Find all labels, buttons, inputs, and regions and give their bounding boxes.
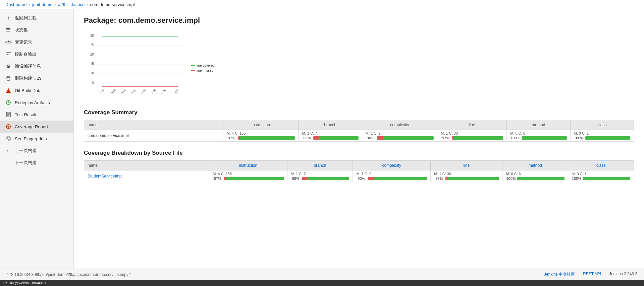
- coverage-cell: M: 0 C: 6100%: [502, 170, 568, 182]
- sidebar-label-edit-build: 编辑编译信息: [15, 63, 41, 69]
- bth-name: name: [84, 161, 209, 170]
- sidebar-label-git: Git Build Data: [15, 88, 42, 93]
- footer-version: Jenkins 2.346.3: [609, 272, 637, 277]
- sidebar-label-redeploy: Redeploy Artifacts: [15, 100, 50, 105]
- arrow-right-icon: →: [5, 160, 11, 166]
- breadcrumb-package: com.demo.service.impl: [90, 2, 135, 7]
- sidebar-item-status[interactable]: 状态集: [0, 24, 73, 36]
- svg-text:line missed: line missed: [197, 69, 213, 72]
- sidebar-label-delete: 删除构建 '#29': [15, 75, 42, 81]
- trash-icon: [5, 75, 11, 81]
- footer-community[interactable]: Jenkins 中文社区: [544, 272, 575, 277]
- bth-complexity[interactable]: complexity: [353, 161, 431, 170]
- svg-text:#14: #14: [120, 88, 126, 94]
- file-link[interactable]: StudentServiceImpl: [88, 174, 122, 178]
- coverage-cell: M: 0 C: 1100%: [570, 130, 634, 142]
- bth-instruction[interactable]: instruction: [209, 161, 287, 170]
- th-instruction: instruction: [223, 120, 299, 130]
- svg-text:#24: #24: [151, 88, 157, 94]
- breadcrumb-junit[interactable]: junit-demo: [32, 2, 53, 7]
- breadcrumb-dashboard[interactable]: Dashboard: [5, 2, 27, 7]
- sidebar-item-test-result[interactable]: Test Result: [0, 109, 73, 121]
- svg-text:#10: #10: [99, 88, 105, 94]
- coverage-icon: [5, 124, 11, 130]
- svg-text:#28: #28: [174, 88, 180, 94]
- sidebar-label-fingerprints: See Fingerprints: [15, 136, 47, 141]
- coverage-cell: M: 0 C: 6100%: [507, 130, 570, 142]
- main-content: Package: com.demo.service.impl 30 25 20 …: [74, 9, 644, 269]
- sidebar-item-coverage[interactable]: Coverage Report: [0, 121, 73, 133]
- sidebar-item-next[interactable]: → 下一次构建: [0, 157, 73, 169]
- breakdown-table: name instruction branch complexity line …: [84, 160, 634, 182]
- svg-rect-1: [6, 29, 10, 30]
- coverage-summary-table: name instruction branch complexity line …: [84, 120, 634, 142]
- svg-rect-2: [6, 31, 10, 31]
- footer-links: Jenkins 中文社区 REST API Jenkins 2.346.3: [544, 272, 637, 277]
- chart-svg: 30 25 20 15 10 5 #10 #12: [84, 30, 225, 104]
- sidebar-item-redeploy[interactable]: Redeploy Artifacts: [0, 96, 73, 109]
- status-watermark: CSDN @weixin_38046028: [3, 281, 47, 285]
- svg-text:20: 20: [90, 53, 94, 56]
- bth-line[interactable]: line: [431, 161, 502, 170]
- sidebar-label-back: 返回到工程: [15, 15, 37, 21]
- status-bar: CSDN @weixin_38046028: [0, 280, 644, 286]
- sidebar-item-prev[interactable]: ← 上一次构建: [0, 145, 73, 157]
- sidebar-label-changes: 变更记录: [15, 39, 32, 45]
- sidebar-item-changes[interactable]: </> 变更记录: [0, 36, 73, 48]
- sidebar-label-prev: 上一次构建: [15, 148, 37, 154]
- sidebar-label-console: 控制台输出: [15, 51, 37, 57]
- breadcrumb-build[interactable]: #29: [58, 2, 65, 7]
- footer-rest-api[interactable]: REST API: [583, 272, 601, 277]
- breadcrumb-sep-1: ›: [29, 2, 30, 7]
- sidebar-label-next: 下一次构建: [15, 160, 37, 166]
- bth-method[interactable]: method: [502, 161, 568, 170]
- th-class: class: [570, 120, 634, 130]
- breadcrumb-jacoco[interactable]: Jacoco: [71, 2, 85, 7]
- footer-url: 172.16.20.34:8080/job/junit-demo/29/jaco…: [7, 272, 131, 277]
- coverage-chart: 30 25 20 15 10 5 #10 #12: [84, 30, 225, 104]
- svg-text:5: 5: [92, 81, 94, 84]
- svg-point-16: [7, 137, 10, 140]
- coverage-cell: M: 1 C: 990%: [362, 130, 437, 142]
- coverage-cell: M: 4 C: 15597%: [209, 170, 287, 182]
- list-icon: [5, 27, 11, 33]
- bth-branch[interactable]: branch: [287, 161, 353, 170]
- sidebar-item-edit-build[interactable]: ⚙ 编辑编译信息: [0, 60, 73, 72]
- arrow-up-icon: ↑: [5, 15, 11, 21]
- arrow-left-icon: ←: [5, 148, 11, 154]
- svg-text:15: 15: [90, 62, 94, 66]
- th-line: line: [437, 120, 507, 130]
- breadcrumb-sep-4: ›: [87, 2, 88, 7]
- footer: 172.16.20.34:8080/job/junit-demo/29/jaco…: [0, 269, 644, 280]
- sidebar-item-back[interactable]: ↑ 返回到工程: [0, 12, 73, 24]
- svg-rect-0: [6, 28, 10, 29]
- sidebar-label-test-result: Test Result: [15, 112, 36, 117]
- table-row: StudentServiceImplM: 4 C: 15597%M: 1 C: …: [84, 170, 634, 182]
- svg-point-15: [8, 138, 9, 139]
- sidebar-item-fingerprints[interactable]: See Fingerprints: [0, 133, 73, 145]
- svg-rect-38: [191, 65, 195, 66]
- fingerprint-icon: [5, 136, 11, 142]
- sidebar: ↑ 返回到工程 状态集 </> 变更记录 控制台输出 ⚙ 编辑编译信息: [0, 9, 74, 269]
- svg-text:25: 25: [90, 43, 94, 47]
- breadcrumb-sep-3: ›: [67, 2, 69, 7]
- coverage-cell: M: 1 C: 788%: [287, 170, 353, 182]
- coverage-summary-title: Coverage Summary: [84, 109, 634, 116]
- svg-text:10: 10: [90, 71, 94, 75]
- row-name: com.demo.service.impl: [84, 130, 223, 142]
- table-row: com.demo.service.implM: 4 C: 15597%M: 1 …: [84, 130, 634, 142]
- sidebar-label-coverage: Coverage Report: [15, 124, 48, 129]
- svg-text:#16: #16: [130, 88, 137, 94]
- bth-class[interactable]: class: [568, 161, 634, 170]
- sidebar-item-git[interactable]: Git Build Data: [0, 84, 73, 96]
- breadcrumb-sep-2: ›: [55, 2, 56, 7]
- code-icon: </>: [5, 39, 11, 45]
- th-branch: branch: [299, 120, 362, 130]
- sidebar-label-status: 状态集: [15, 27, 28, 33]
- document-icon: [5, 112, 11, 118]
- coverage-cell: M: 1 C: 990%: [353, 170, 431, 182]
- sidebar-item-delete[interactable]: 删除构建 '#29': [0, 72, 73, 84]
- svg-rect-6: [7, 76, 9, 77]
- sidebar-item-console[interactable]: 控制台输出: [0, 48, 73, 60]
- svg-point-14: [7, 126, 9, 128]
